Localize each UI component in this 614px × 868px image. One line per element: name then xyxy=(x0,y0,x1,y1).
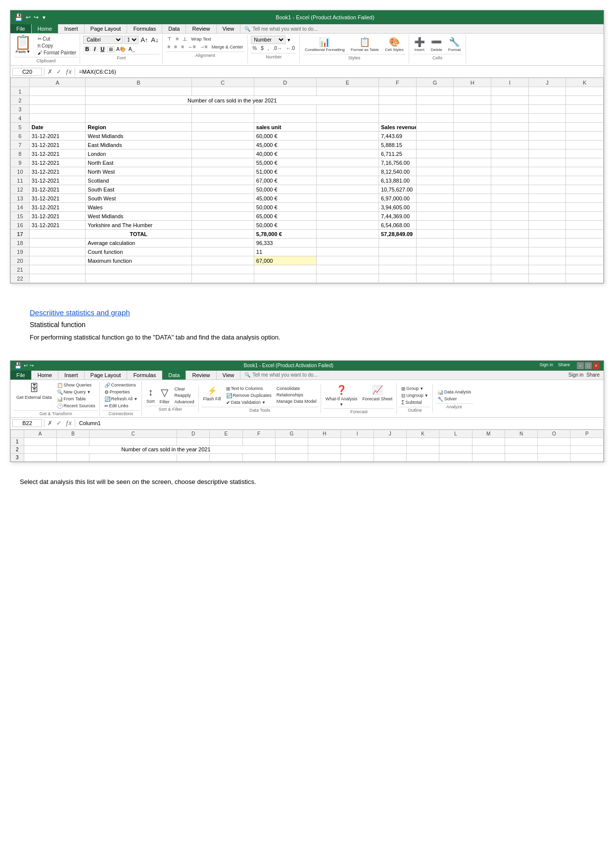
col2-h[interactable]: H xyxy=(308,430,341,437)
cell-k2[interactable] xyxy=(566,96,604,105)
underline-button[interactable]: U xyxy=(98,46,106,52)
cut-button[interactable]: ✂ Cut xyxy=(36,36,78,42)
row-header-3[interactable]: 3 xyxy=(11,105,30,114)
row-header-13[interactable]: 13 xyxy=(11,194,30,203)
number-format-expand[interactable]: ▼ xyxy=(286,38,291,43)
cell-reference-input-2[interactable] xyxy=(12,419,42,427)
col2-f[interactable]: F xyxy=(242,430,275,437)
cell-b17[interactable]: TOTAL xyxy=(86,230,191,239)
search-label-2[interactable]: Tell me what you want to do... xyxy=(252,372,318,378)
row-header-10[interactable]: 10 xyxy=(11,167,30,176)
text-to-columns-button[interactable]: ⊞ Text to Columns xyxy=(224,386,274,392)
number-format-select[interactable]: Number xyxy=(251,36,285,44)
cell-d9[interactable]: 55,000 € xyxy=(254,158,316,167)
cell-d12[interactable]: 50,000 € xyxy=(254,185,316,194)
tab2-home[interactable]: Home xyxy=(32,371,58,380)
col2-j[interactable]: J xyxy=(374,430,406,437)
row-header-6[interactable]: 6 xyxy=(11,132,30,141)
formula-input[interactable] xyxy=(77,69,602,75)
cancel-formula-icon[interactable]: ✗ xyxy=(47,68,53,75)
refresh-all-button[interactable]: 🔄 Refresh All ▼ xyxy=(102,396,140,402)
cell-d13[interactable]: 45,000 € xyxy=(254,194,316,203)
customize-icon[interactable]: ▼ xyxy=(42,15,47,20)
cell-f7[interactable]: 5,888.15 xyxy=(378,141,416,149)
cell-d15[interactable]: 65,000 € xyxy=(254,212,316,221)
row-header-17[interactable]: 17 xyxy=(11,230,30,239)
row-header-12[interactable]: 12 xyxy=(11,185,30,194)
col2-k[interactable]: K xyxy=(407,430,439,437)
relationships-button[interactable]: Relationships xyxy=(275,392,319,398)
minimize-button[interactable]: − xyxy=(577,362,584,369)
increase-font-icon[interactable]: A↑ xyxy=(140,36,149,44)
row-header-5[interactable]: 5 xyxy=(11,123,30,132)
col-header-d[interactable]: D xyxy=(254,78,316,87)
tab-view[interactable]: View xyxy=(217,24,241,33)
cell-a2[interactable] xyxy=(29,96,85,105)
col2-e[interactable]: E xyxy=(210,430,242,437)
confirm-formula-icon[interactable]: ✓ xyxy=(55,68,62,75)
tab-file[interactable]: File xyxy=(10,24,32,33)
cell-a7[interactable]: 31-12-2021 xyxy=(29,141,85,149)
row-header-8[interactable]: 8 xyxy=(11,149,30,158)
cell-f13[interactable]: 6,97,000.00 xyxy=(378,194,416,203)
cell-d16[interactable]: 50,000 € xyxy=(254,221,316,230)
align-right-button[interactable]: ≡ xyxy=(180,44,186,50)
cell-f14[interactable]: 3,94,605.00 xyxy=(378,203,416,212)
col-header-f[interactable]: F xyxy=(378,78,416,87)
cell-h1[interactable] xyxy=(454,87,491,96)
flash-fill-button[interactable]: ⚡ Flash Fill xyxy=(201,386,223,402)
sign-in-label[interactable]: Sign in xyxy=(568,372,584,378)
new-query-button[interactable]: 🔍 New Query ▼ xyxy=(55,389,97,395)
data-validation-button[interactable]: ✔ Data Validation ▼ xyxy=(224,399,274,406)
cell-i1[interactable] xyxy=(491,87,528,96)
row2-header-1[interactable]: 1 xyxy=(11,437,24,445)
cell-f5[interactable]: Sales revenue xyxy=(378,123,416,132)
advanced-button[interactable]: Advanced xyxy=(173,399,196,405)
tab-formulas[interactable]: Formulas xyxy=(127,24,162,33)
decrease-font-icon[interactable]: A↓ xyxy=(150,36,159,44)
what-if-button[interactable]: ❓ What-If Analysis ▼ xyxy=(324,384,360,407)
col2-a[interactable]: A xyxy=(24,430,56,437)
cell-c1[interactable] xyxy=(191,87,254,96)
consolidate-button[interactable]: Consolidate xyxy=(275,386,319,391)
row-header-4[interactable]: 4 xyxy=(11,114,30,123)
cell-b7[interactable]: East Midlands xyxy=(86,141,191,149)
paste-label[interactable]: Paste ▼ xyxy=(16,49,30,54)
cell-b15[interactable]: West Midlands xyxy=(86,212,191,221)
cell-b11[interactable]: Scotland xyxy=(86,176,191,185)
ungroup-button[interactable]: ⊟ Ungroup ▼ xyxy=(399,392,430,399)
subtotal-button[interactable]: Σ Subtotal xyxy=(399,399,430,406)
align-top-button[interactable]: ⊤ xyxy=(166,36,173,42)
cell-d5[interactable]: sales unit xyxy=(254,123,316,132)
cell-a10[interactable]: 31-12-2021 xyxy=(29,167,85,176)
search-label[interactable]: Tell me what you want to do... xyxy=(252,26,318,32)
cell-f8[interactable]: 6,711.25 xyxy=(378,149,416,158)
edit-links-button[interactable]: ✏ Edit Links xyxy=(102,403,140,409)
save-icon[interactable]: 💾 xyxy=(14,13,23,21)
forecast-sheet-button[interactable]: 📈 Forecast Sheet xyxy=(360,384,394,407)
col-header-a[interactable]: A xyxy=(29,78,85,87)
sign-in-button[interactable]: Sign in xyxy=(539,362,553,369)
cell-a9[interactable]: 31-12-2021 xyxy=(29,158,85,167)
cell-d1[interactable] xyxy=(254,87,316,96)
col2-d[interactable]: D xyxy=(177,430,209,437)
row-header-7[interactable]: 7 xyxy=(11,141,30,149)
remove-duplicates-button[interactable]: 🔃 Remove Duplicates xyxy=(224,392,274,399)
cell-f16[interactable]: 6,54,068.00 xyxy=(378,221,416,230)
cell-a11[interactable]: 31-12-2021 xyxy=(29,176,85,185)
row-header-16[interactable]: 16 xyxy=(11,221,30,230)
col2-o[interactable]: O xyxy=(538,430,570,437)
tab-review[interactable]: Review xyxy=(186,24,216,33)
align-bottom-button[interactable]: ⊥ xyxy=(181,36,189,42)
cell-a6[interactable]: 31-12-2021 xyxy=(29,132,85,141)
maximize-button[interactable]: □ xyxy=(585,362,592,369)
cell-g1[interactable] xyxy=(416,87,454,96)
tab-page-layout[interactable]: Page Layout xyxy=(85,24,128,33)
cell-reference-input[interactable] xyxy=(12,68,42,76)
share-button[interactable]: Share xyxy=(558,362,570,369)
format-painter-button[interactable]: 🖌 Format Painter xyxy=(36,49,78,56)
cell-f2[interactable] xyxy=(378,96,416,105)
tab2-view[interactable]: View xyxy=(217,371,241,380)
cell-g2[interactable] xyxy=(416,96,454,105)
indent-inc-button[interactable]: →≡ xyxy=(198,44,209,50)
